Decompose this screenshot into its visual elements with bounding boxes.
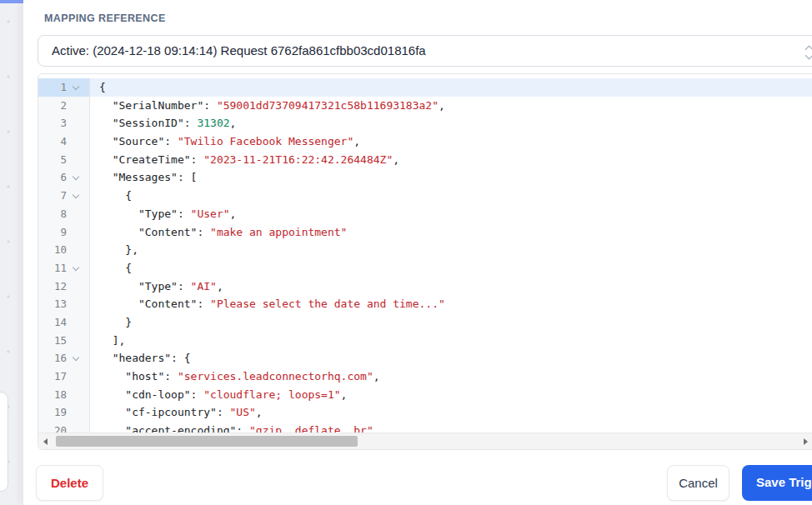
code-line[interactable]: 3 "SessionID": 31302,	[38, 114, 812, 132]
fold-chevron-icon[interactable]	[67, 349, 89, 368]
line-number: 14	[38, 313, 67, 332]
canvas-node-edge	[0, 0, 23, 3]
line-gutter: 8	[38, 205, 90, 223]
line-number: 9	[38, 223, 67, 242]
fold-spacer	[67, 132, 89, 151]
code-text: "host": "services.leadconnectorhq.com",	[90, 368, 812, 386]
workflow-canvas[interactable]	[0, 0, 23, 505]
code-text: "headers": {	[90, 349, 812, 368]
line-gutter: 15	[38, 332, 90, 350]
line-gutter: 5	[38, 151, 90, 169]
code-text: ],	[90, 332, 812, 350]
line-gutter: 6	[38, 168, 90, 187]
code-line[interactable]: 8 "Type": "User",	[38, 205, 812, 223]
line-gutter: 18	[38, 386, 90, 404]
fold-spacer	[67, 386, 89, 404]
json-editor-lines: 1{2 "SerialNumber": "59001dd73709417321c…	[38, 78, 812, 440]
json-editor[interactable]: 1{2 "SerialNumber": "59001dd73709417321c…	[38, 73, 812, 450]
fold-spacer	[67, 403, 89, 422]
fold-spacer	[67, 241, 89, 259]
line-number: 17	[38, 368, 67, 386]
fold-chevron-icon[interactable]	[67, 187, 89, 205]
request-select-value: Active: (2024-12-18 09:14:14) Request 67…	[52, 36, 426, 66]
mapping-reference-panel: MAPPING REFERENCE Active: (2024-12-18 09…	[23, 0, 812, 505]
line-gutter: 7	[38, 187, 90, 205]
fold-chevron-icon[interactable]	[67, 78, 89, 97]
delete-button[interactable]: Delete	[36, 465, 103, 501]
line-gutter: 17	[38, 368, 90, 386]
fold-spacer	[67, 332, 89, 350]
line-number: 6	[38, 168, 67, 187]
line-number: 16	[38, 349, 67, 368]
code-text: "Source": "Twilio Facebook Messenger",	[90, 132, 812, 151]
code-text: "Type": "User",	[90, 205, 812, 223]
code-line[interactable]: 19 "cf-ipcountry": "US",	[38, 403, 812, 422]
code-text: }	[90, 313, 812, 332]
code-text: "Messages": [	[90, 168, 812, 187]
code-text: "Type": "AI",	[90, 278, 812, 296]
code-line[interactable]: 18 "cdn-loop": "cloudflare; loops=1",	[38, 386, 812, 404]
code-line[interactable]: 1{	[38, 78, 812, 97]
code-text: {	[90, 78, 812, 97]
fold-chevron-icon[interactable]	[67, 259, 89, 278]
fold-spacer	[67, 295, 89, 313]
line-number: 1	[38, 78, 67, 97]
scroll-right-icon[interactable]	[804, 438, 808, 445]
code-line[interactable]: 2 "SerialNumber": "59001dd73709417321c58…	[38, 97, 812, 115]
line-number: 5	[38, 151, 67, 169]
scroll-left-icon[interactable]	[43, 438, 48, 445]
line-gutter: 4	[38, 132, 90, 151]
fold-spacer	[67, 114, 89, 132]
line-number: 13	[38, 295, 67, 313]
code-text: "Content": "make an appointment"	[90, 223, 812, 242]
code-line[interactable]: 11 {	[38, 259, 812, 278]
line-gutter: 19	[38, 403, 90, 422]
code-text: {	[90, 187, 812, 205]
line-number: 18	[38, 386, 67, 404]
line-gutter: 3	[38, 114, 90, 132]
canvas-node-card[interactable]	[0, 392, 8, 492]
code-line[interactable]: 13 "Content": "Please select the date an…	[38, 295, 812, 313]
fold-spacer	[67, 97, 89, 115]
code-text: "SerialNumber": "59001dd73709417321c58b1…	[90, 97, 812, 115]
code-line[interactable]: 10 },	[38, 241, 812, 259]
code-text: "cdn-loop": "cloudflare; loops=1",	[90, 386, 812, 404]
code-line[interactable]: 5 "CreateTime": "2023-11-21T16:22:42.264…	[38, 151, 812, 169]
cancel-button[interactable]: Cancel	[667, 465, 729, 501]
code-text: "Content": "Please select the date and t…	[90, 295, 812, 313]
code-line[interactable]: 7 {	[38, 187, 812, 205]
save-trigger-button[interactable]: Save Trigg	[742, 465, 812, 501]
code-line[interactable]: 14 }	[38, 313, 812, 332]
fold-spacer	[67, 278, 89, 296]
scrollbar-thumb[interactable]	[56, 436, 358, 447]
line-number: 12	[38, 278, 67, 296]
line-number: 3	[38, 114, 67, 132]
code-line[interactable]: 4 "Source": "Twilio Facebook Messenger",	[38, 132, 812, 151]
line-gutter: 14	[38, 313, 90, 332]
code-line[interactable]: 16 "headers": {	[38, 349, 812, 368]
code-text: "CreateTime": "2023-11-21T16:22:42.26448…	[90, 151, 812, 169]
code-line[interactable]: 9 "Content": "make an appointment"	[38, 223, 812, 242]
code-text: {	[90, 259, 812, 278]
code-line[interactable]: 15 ],	[38, 332, 812, 350]
code-line[interactable]: 12 "Type": "AI",	[38, 278, 812, 296]
fold-chevron-icon[interactable]	[67, 168, 89, 187]
screen: MAPPING REFERENCE Active: (2024-12-18 09…	[0, 0, 812, 505]
code-line[interactable]: 6 "Messages": [	[38, 168, 812, 187]
horizontal-scrollbar[interactable]	[38, 432, 812, 450]
line-number: 10	[38, 241, 67, 259]
line-gutter: 9	[38, 223, 90, 242]
panel-title: MAPPING REFERENCE	[44, 12, 166, 24]
line-number: 11	[38, 259, 67, 278]
code-line[interactable]: 17 "host": "services.leadconnectorhq.com…	[38, 368, 812, 386]
line-number: 15	[38, 332, 67, 350]
line-gutter: 11	[38, 259, 90, 278]
line-gutter: 1	[38, 78, 90, 97]
line-gutter: 2	[38, 97, 90, 115]
line-gutter: 16	[38, 349, 90, 368]
fold-spacer	[67, 151, 89, 169]
line-gutter: 12	[38, 278, 90, 296]
request-select[interactable]: Active: (2024-12-18 09:14:14) Request 67…	[38, 35, 812, 67]
line-gutter: 10	[38, 241, 90, 259]
fold-spacer	[67, 368, 89, 386]
